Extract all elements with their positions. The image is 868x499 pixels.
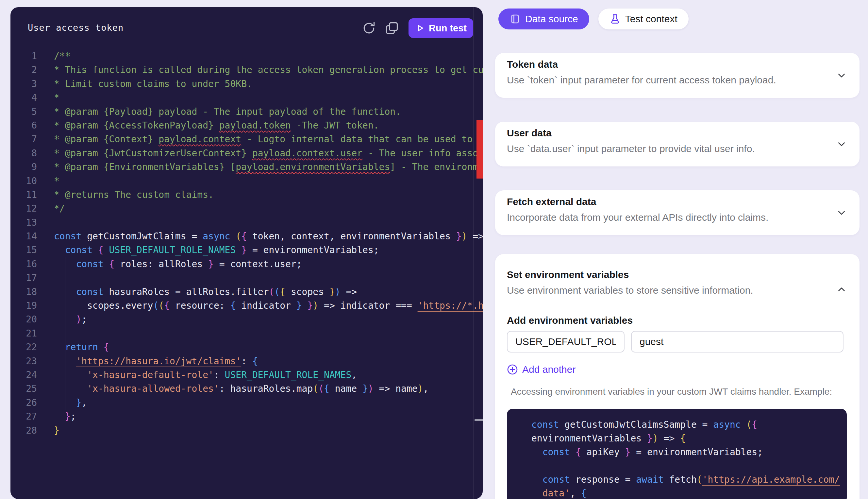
line-number: 27: [11, 410, 37, 424]
line-number: 4: [11, 91, 37, 105]
line-number: 17: [11, 271, 37, 285]
sample-code-line: data', {: [531, 487, 847, 499]
tab-test-context-label: Test context: [625, 13, 678, 25]
add-another-label: Add another: [522, 364, 576, 375]
code-line: 18 const hasuraRoles = allRoles.filter((…: [11, 285, 483, 299]
card-description: Use `token` input parameter for current …: [507, 74, 848, 86]
line-number: 5: [11, 105, 37, 119]
line-number: 18: [11, 285, 37, 299]
code-line: 6* @param {AccessTokenPayload} payload.t…: [11, 119, 483, 132]
line-number: 1: [11, 49, 37, 63]
code-lines: 1/**2* This function is called during th…: [11, 49, 483, 438]
code-line: 28}: [11, 424, 483, 438]
user-data-card: User data Use `data.user` input paramete…: [495, 122, 859, 167]
chevron-down-icon[interactable]: [836, 208, 846, 218]
line-number: 21: [11, 327, 37, 340]
line-number: 9: [11, 160, 37, 174]
line-number: 6: [11, 119, 37, 132]
line-number: 3: [11, 77, 37, 91]
sample-code-lines: const getCustomJwtClaimsSample = async (…: [531, 418, 847, 499]
copy-button[interactable]: [385, 21, 399, 35]
card-description: Incorporate data from your external APIs…: [507, 211, 848, 224]
tab-data-source[interactable]: Data source: [499, 9, 589, 29]
refresh-icon: [362, 21, 376, 35]
code-area[interactable]: 1/**2* This function is called during th…: [11, 49, 483, 499]
code-line: 25 'x-hasura-allowed-roles': hasuraRoles…: [11, 382, 483, 395]
line-number: 24: [11, 368, 37, 382]
line-number: 14: [11, 230, 37, 243]
add-another-button[interactable]: Add another: [507, 364, 576, 375]
chevron-down-icon[interactable]: [836, 139, 846, 149]
code-line: 2* This function is called during the ac…: [11, 63, 483, 77]
card-description: Use `data.user` input parameter to provi…: [507, 143, 848, 155]
line-number: 13: [11, 216, 37, 230]
code-line: 5* @param {Payload} payload - The input …: [11, 105, 483, 119]
code-line: 10*: [11, 174, 483, 188]
sample-code-block: const getCustomJwtClaimsSample = async (…: [507, 409, 847, 499]
env-variable-row: [507, 331, 848, 353]
line-number: 11: [11, 188, 37, 202]
env-value-input[interactable]: [631, 331, 843, 353]
indent-guide: [76, 299, 76, 327]
card-description: Use environment variables to store sensi…: [507, 284, 848, 296]
code-line: 1/**: [11, 49, 483, 63]
flask-icon: [609, 13, 620, 25]
code-line: 23 'https://hasura.io/jwt/claims': {: [11, 354, 483, 368]
code-line: 19 scopes.every(({ resource: { indicator…: [11, 299, 483, 313]
code-line: 11* @returns The custom claims.: [11, 188, 483, 202]
code-editor-panel: User access token Run test 1/**2* This f…: [11, 7, 483, 499]
token-data-card: Token data Use `token` input parameter f…: [495, 53, 859, 98]
overview-ruler: [474, 7, 474, 499]
editor-header: User access token Run test: [11, 7, 483, 50]
code-line: 20 );: [11, 313, 483, 326]
code-line: 21: [11, 327, 483, 340]
code-line: 22 return {: [11, 340, 483, 354]
line-number: 26: [11, 396, 37, 410]
indent-guide: [521, 454, 521, 499]
line-number: 25: [11, 382, 37, 395]
chevron-down-icon[interactable]: [836, 71, 846, 81]
line-number: 7: [11, 132, 37, 146]
page: { "editor": { "title": "User access toke…: [0, 0, 868, 499]
error-marker: [477, 120, 483, 179]
code-line: 3* Limit custom claims to under 50KB.: [11, 77, 483, 91]
run-test-button[interactable]: Run test: [408, 18, 473, 38]
code-line: 7* @param {Context} payload.context - Lo…: [11, 132, 483, 146]
set-environment-variables-card: Set environment variables Use environmen…: [495, 254, 859, 499]
line-number: 12: [11, 202, 37, 216]
code-line: 4*: [11, 91, 483, 105]
refresh-button[interactable]: [362, 21, 376, 35]
code-line: 12*/: [11, 202, 483, 216]
copy-icon: [385, 21, 399, 35]
line-number: 28: [11, 424, 37, 438]
line-number: 2: [11, 63, 37, 77]
line-number: 15: [11, 243, 37, 257]
code-line: 17: [11, 271, 483, 285]
data-source-icon: [510, 13, 520, 25]
code-line: 14const getCustomJwtClaims = async ({ to…: [11, 230, 483, 243]
line-number: 19: [11, 299, 37, 313]
chevron-up-icon[interactable]: [836, 284, 846, 294]
card-title: Token data: [507, 58, 848, 71]
play-icon: [415, 23, 425, 33]
code-line: 9* @param {EnvironmentVariables} [payloa…: [11, 160, 483, 174]
editor-title: User access token: [28, 23, 124, 33]
add-env-variables-label: Add environment variables: [507, 314, 848, 327]
code-line: 27 };: [11, 410, 483, 424]
panel-tabs: Data source Test context: [499, 9, 689, 29]
sample-code-line: const response = await fetch('https://ap…: [531, 473, 847, 487]
horizontal-scrollbar[interactable]: [475, 419, 483, 421]
env-key-input[interactable]: [507, 331, 625, 353]
code-line: 24 'x-hasura-default-role': USER_DEFAULT…: [11, 368, 483, 382]
code-line: 15 const { USER_DEFAULT_ROLE_NAMES } = e…: [11, 243, 483, 257]
sample-code-line: environmentVariables }) => {: [531, 431, 847, 446]
card-title: User data: [507, 127, 848, 139]
code-line: 26 },: [11, 396, 483, 410]
indent-guide: [65, 257, 65, 410]
card-title: Fetch external data: [507, 196, 848, 208]
line-number: 22: [11, 340, 37, 354]
card-title: Set environment variables: [507, 268, 848, 281]
tab-test-context[interactable]: Test context: [599, 9, 689, 29]
line-number: 10: [11, 174, 37, 188]
code-line: 13: [11, 216, 483, 230]
